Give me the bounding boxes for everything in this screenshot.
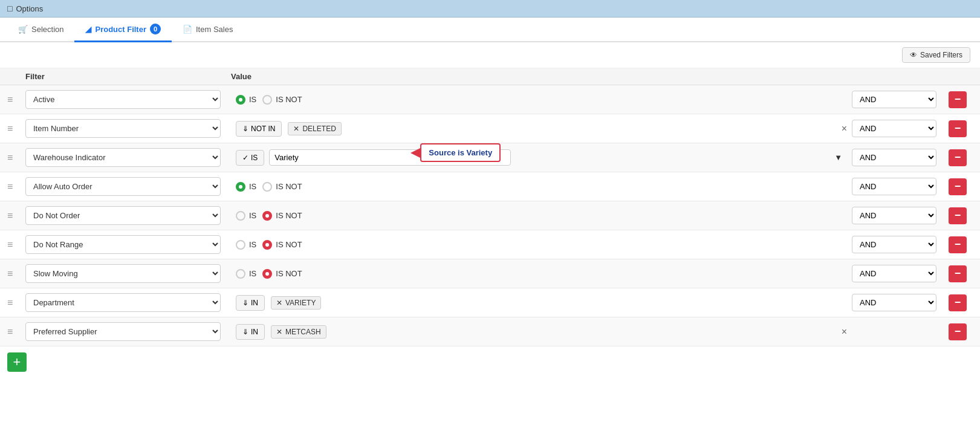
table-row: ≡ Active IS IS NOT AND OR − — [0, 85, 980, 114]
is-radio-circle-green — [236, 95, 245, 105]
and-select-slow-moving[interactable]: AND OR — [852, 265, 936, 282]
clear-item-number[interactable]: × — [842, 123, 847, 134]
is-not-radio-allow-auto[interactable]: IS NOT — [262, 182, 302, 192]
source-is-variety-tooltip: Source is Variety — [420, 143, 501, 162]
filter-select-department[interactable]: Department — [25, 293, 221, 312]
filter-select-active[interactable]: Active — [25, 90, 221, 109]
tooltip-arrow — [410, 148, 420, 158]
table-row: ≡ Department ⇓ IN ✕ VARIETY AND OR − — [0, 288, 980, 317]
is-radio-circle-empty — [236, 240, 245, 250]
is-not-radio-circle-red — [262, 240, 272, 250]
tag-variety: ✕ VARIETY — [271, 296, 321, 310]
remove-button-warehouse[interactable]: − — [949, 149, 967, 166]
drag-handle[interactable]: ≡ — [7, 123, 25, 134]
is-not-radio-slow-moving[interactable]: IS NOT — [262, 269, 302, 279]
remove-button-item-number[interactable]: − — [949, 120, 967, 137]
is-not-radio-circle — [262, 95, 272, 105]
and-select-active[interactable]: AND OR — [852, 91, 936, 108]
and-select-item-number[interactable]: AND OR — [852, 120, 936, 137]
tab-product-filter[interactable]: ◢ Product Filter 0 — [74, 18, 172, 42]
is-not-radio-circle — [262, 182, 272, 192]
filter-select-item-number[interactable]: Item Number — [25, 119, 221, 138]
saved-filters-button[interactable]: 👁 Saved Filters — [902, 47, 970, 63]
and-select-allow-auto[interactable]: AND OR — [852, 178, 936, 195]
remove-button-allow-auto[interactable]: − — [949, 178, 967, 195]
is-radio-circle-empty — [236, 269, 245, 279]
remove-button-do-not-range[interactable]: − — [949, 236, 967, 253]
in-button-preferred-supplier[interactable]: ⇓ IN — [236, 324, 265, 340]
drag-handle[interactable]: ≡ — [7, 181, 25, 192]
remove-button-slow-moving[interactable]: − — [949, 265, 967, 282]
tab-item-sales[interactable]: 📄 Item Sales — [172, 19, 244, 42]
is-not-radio-circle-red — [262, 269, 272, 279]
download-icon: ⇓ — [242, 125, 248, 133]
minus-square-icon: □ — [7, 4, 12, 13]
is-radio-do-not-range[interactable]: IS — [236, 240, 256, 250]
and-select-department[interactable]: AND OR — [852, 294, 936, 311]
remove-button-do-not-order[interactable]: − — [949, 207, 967, 224]
remove-button-department[interactable]: − — [949, 294, 967, 311]
remove-button-preferred-supplier[interactable]: − — [949, 323, 967, 340]
value-area-do-not-range: IS IS NOT — [231, 240, 852, 250]
add-filter-button[interactable]: + — [7, 352, 27, 372]
is-not-radio-circle-red — [262, 211, 272, 221]
drag-handle[interactable]: ≡ — [7, 239, 25, 250]
filter-select-slow-moving[interactable]: Slow Moving — [25, 264, 221, 283]
value-area-warehouse: ✓ IS Variety ▼ Source is Variety — [231, 149, 852, 166]
filter-select-allow-auto-order[interactable]: Allow Auto Order — [25, 177, 221, 196]
drag-handle[interactable]: ≡ — [7, 94, 25, 105]
and-select-warehouse[interactable]: AND OR — [852, 149, 936, 166]
value-area-preferred-supplier: ⇓ IN ✕ METCASH × — [231, 324, 852, 340]
warehouse-full-content: ✓ IS Variety ▼ Source is Variety — [236, 149, 847, 166]
table-row: ≡ Preferred Supplier ⇓ IN ✕ METCASH × − — [0, 317, 980, 346]
drag-handle[interactable]: ≡ — [7, 326, 25, 337]
product-filter-badge: 0 — [150, 24, 161, 34]
remove-button-active[interactable]: − — [949, 91, 967, 108]
is-radio-do-not-order[interactable]: IS — [236, 211, 256, 221]
is-not-radio-do-not-range[interactable]: IS NOT — [262, 240, 302, 250]
drag-handle[interactable]: ≡ — [7, 210, 25, 221]
value-area-item-number: ⇓ NOT IN ✕ DELETED × — [231, 121, 852, 137]
filter-select-warehouse[interactable]: Warehouse Indicator — [25, 148, 221, 167]
drag-handle[interactable]: ≡ — [7, 268, 25, 279]
value-area-slow-moving: IS IS NOT — [231, 269, 852, 279]
filter-select-do-not-range[interactable]: Do Not Range — [25, 235, 221, 254]
options-title: Options — [16, 4, 43, 13]
is-not-radio-active[interactable]: IS NOT — [262, 95, 302, 105]
add-button-container: + — [0, 352, 980, 372]
tag-deleted: ✕ DELETED — [288, 122, 341, 135]
table-row: ≡ Do Not Range IS IS NOT AND OR − — [0, 230, 980, 259]
chevron-down-icon: ▼ — [834, 153, 842, 162]
eye-icon: 👁 — [910, 51, 917, 59]
table-row: ≡ Slow Moving IS IS NOT AND OR − — [0, 259, 980, 288]
is-radio-circle-empty — [236, 211, 245, 221]
filter-select-preferred-supplier[interactable]: Preferred Supplier — [25, 322, 221, 341]
table-row: ≡ Allow Auto Order IS IS NOT AND OR − — [0, 172, 980, 201]
clear-preferred-supplier[interactable]: × — [842, 326, 847, 337]
download-icon: ⇓ — [242, 328, 248, 336]
is-radio-active[interactable]: IS — [236, 95, 256, 105]
table-row: ≡ Do Not Order IS IS NOT AND OR − — [0, 201, 980, 230]
filter-select-do-not-order[interactable]: Do Not Order — [25, 206, 221, 225]
document-icon: 📄 — [183, 25, 192, 34]
drag-handle[interactable]: ≡ — [7, 152, 25, 163]
cart-icon: 🛒 — [18, 25, 28, 34]
in-button-department[interactable]: ⇓ IN — [236, 295, 265, 311]
filter-column-header: Filter — [25, 72, 231, 81]
not-in-button[interactable]: ⇓ NOT IN — [236, 121, 282, 137]
download-icon: ⇓ — [242, 299, 248, 307]
filter-table-header: Filter Value — [0, 68, 980, 85]
is-not-radio-do-not-order[interactable]: IS NOT — [262, 211, 302, 221]
value-area-active: IS IS NOT — [231, 95, 852, 105]
drag-handle[interactable]: ≡ — [7, 297, 25, 308]
is-button-warehouse[interactable]: ✓ IS — [236, 150, 264, 166]
tag-metcash: ✕ METCASH — [271, 325, 326, 339]
is-radio-allow-auto[interactable]: IS — [236, 182, 256, 192]
value-area-department: ⇓ IN ✕ VARIETY — [231, 295, 852, 311]
and-select-do-not-range[interactable]: AND OR — [852, 236, 936, 253]
is-radio-slow-moving[interactable]: IS — [236, 269, 256, 279]
and-select-do-not-order[interactable]: AND OR — [852, 207, 936, 224]
tab-selection[interactable]: 🛒 Selection — [7, 19, 74, 42]
tabs-bar: 🛒 Selection ◢ Product Filter 0 📄 Item Sa… — [0, 18, 980, 42]
toolbar: 👁 Saved Filters — [0, 42, 980, 68]
